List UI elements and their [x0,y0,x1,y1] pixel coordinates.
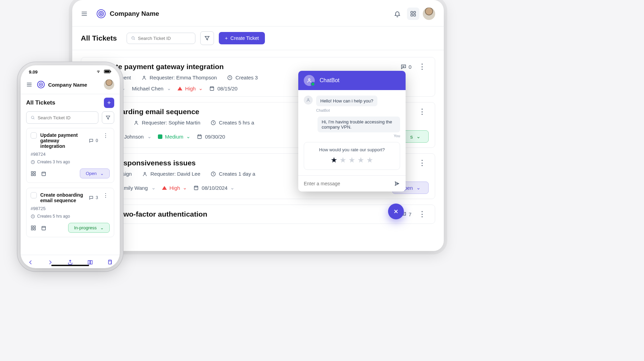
priority-select[interactable]: High⌄ [178,85,203,91]
date-select[interactable]: 09/30/20 [197,134,225,140]
chatbot-avatar-icon [304,75,315,86]
mobile-search-row [21,111,120,128]
filter-button[interactable] [102,111,114,124]
search-field[interactable] [138,36,191,41]
clock-icon [31,160,35,164]
fingerprint-icon [37,81,45,88]
ticket-card: ement two-factor authentication 7 ⋮ [81,205,435,224]
ticket-created: Creates 3 [235,75,258,80]
ticket-created: Creates 1 day a [219,171,255,177]
ticket-created: Creates 3 hrs ago [31,160,110,164]
page-title: All Tickets [26,99,100,106]
comment-count: 7 [409,211,411,217]
filter-button[interactable] [200,31,214,45]
user-icon [133,120,139,125]
more-icon[interactable]: ⋮ [416,107,429,116]
svg-rect-27 [31,226,33,228]
more-icon[interactable]: ⋮ [416,62,429,71]
ticket-created: Creates 5 hrs ago [31,214,110,219]
ticket-comments: 0 [400,64,411,70]
mobile-app: 9.09 Company Name All Tickets + Updat [21,65,120,268]
date-select[interactable]: 08/15/20 [209,86,237,91]
close-chat-button[interactable] [388,204,404,219]
grid-icon[interactable] [31,171,36,176]
avatar[interactable] [104,79,114,90]
star-icon[interactable]: ★ [331,156,337,165]
status-pill[interactable]: s⌄ [402,130,429,143]
svg-rect-29 [31,228,33,230]
chat-icon [89,195,94,200]
search-input[interactable] [127,33,195,44]
calendar-icon[interactable] [41,225,46,231]
ticket-comments: 0 [89,132,98,149]
chat-input[interactable] [304,181,390,186]
add-button[interactable]: + [104,98,114,108]
ticket-checkbox[interactable] [31,132,37,139]
brand-name: Company Name [48,82,87,88]
search-icon [31,115,35,120]
comment-count: 0 [96,138,98,143]
bot-message: Hello! How can i help you? [304,96,400,106]
user-icon [142,171,148,177]
user-icon [304,96,313,105]
star-icon[interactable]: ★ [348,156,355,165]
chevron-down-icon: ⌄ [416,133,421,140]
avatar[interactable] [423,8,435,20]
chevron-down-icon: ⌄ [147,133,152,140]
star-icon[interactable]: ★ [340,156,346,165]
assignee-select[interactable]: Michael Chen⌄ [132,85,171,91]
chevron-down-icon: ⌄ [198,85,203,91]
calendar-icon [193,185,199,190]
page-subheader: All Tickets + Create Ticket [72,26,444,50]
menu-icon[interactable] [26,81,32,88]
more-icon[interactable]: ⋮ [416,158,429,167]
ticket-checkbox[interactable] [31,192,37,198]
search-field[interactable] [37,115,94,120]
bell-icon[interactable] [391,8,404,20]
chevron-down-icon: ⌄ [230,185,235,191]
plus-icon: + [225,35,228,41]
priority-select[interactable]: High⌄ [162,185,187,191]
bot-name-label: ChatBot [316,108,400,112]
comment-count: 0 [409,64,411,70]
date-select[interactable]: 08/10/2024⌄ [193,185,235,191]
mobile-subheader: All Tickets + [21,94,120,111]
more-icon[interactable]: ⋮ [101,132,110,149]
create-ticket-button[interactable]: + Create Ticket [219,32,265,44]
grid-icon[interactable] [31,225,36,231]
phone-time: 9.09 [29,69,37,75]
chat-body: Hello! How can i help you? ChatBot Hi, I… [298,90,406,175]
assignee-select[interactable]: Emily Wang⌄ [120,185,155,191]
calendar-icon [209,86,215,91]
more-icon[interactable]: ⋮ [416,210,429,219]
send-icon[interactable] [394,180,400,187]
calendar-icon[interactable] [41,171,46,176]
svg-point-4 [132,37,134,39]
back-icon[interactable] [28,259,34,265]
star-rating[interactable]: ★ ★ ★ ★ ★ [309,156,395,165]
priority-select[interactable]: Medium⌄ [158,133,191,140]
close-icon [393,208,399,215]
ticket-comments: 3 [89,192,98,203]
svg-point-8 [136,121,137,122]
star-icon[interactable]: ★ [366,156,373,165]
chevron-down-icon: ⌄ [186,133,191,140]
star-icon[interactable]: ★ [357,156,364,165]
ticket-created: Creates 5 hrs a [219,120,254,125]
tabs-icon[interactable] [107,259,113,265]
more-icon[interactable]: ⋮ [101,192,110,203]
svg-rect-21 [31,172,33,173]
svg-point-11 [144,172,146,174]
search-input[interactable] [26,111,98,124]
grid-icon[interactable] [407,8,419,20]
menu-icon[interactable] [81,10,89,17]
app-header: Company Name [72,8,444,26]
status-pill[interactable]: In-progress⌄ [68,223,110,233]
rating-box: How would you rate our support? ★ ★ ★ ★ … [304,142,400,170]
status-pill[interactable]: Open⌄ [80,168,110,178]
calendar-icon [197,134,202,139]
chatbot-title: ChatBot [320,77,340,84]
filter-icon [105,115,111,120]
chevron-down-icon: ⌄ [167,85,171,91]
triangle-icon [162,186,167,190]
